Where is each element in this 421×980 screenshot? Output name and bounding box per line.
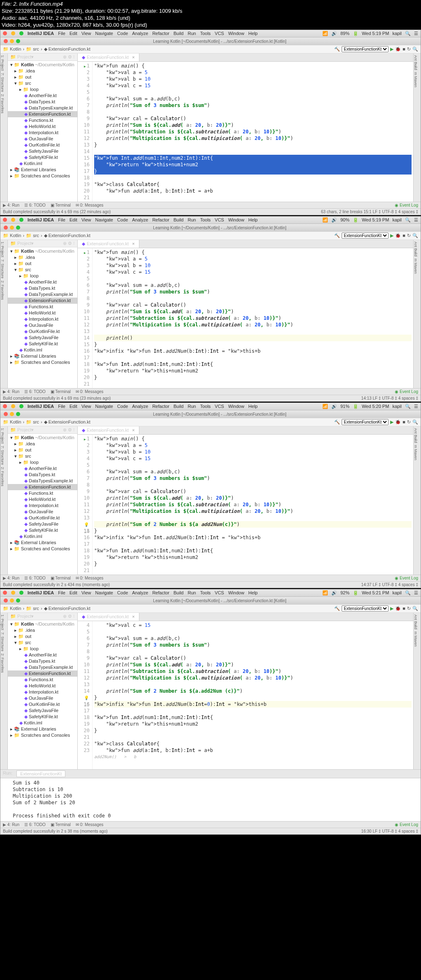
crumb-src[interactable]: 📁 src bbox=[26, 606, 39, 611]
code-line[interactable]: "kw">val b = 10 bbox=[94, 262, 412, 269]
menu-refactor[interactable]: Refactor bbox=[152, 217, 169, 222]
code-line[interactable] bbox=[94, 567, 412, 574]
menu-vcs[interactable]: VCS bbox=[215, 404, 224, 409]
tree-item[interactable]: ◆ Kotlin.iml bbox=[8, 161, 77, 167]
code-editor[interactable]: 4567891011121314💡151617181920212223 "kw"… bbox=[78, 621, 413, 769]
run-config-select[interactable]: ExtensionFunctionKt bbox=[342, 46, 389, 52]
right-gutter-tabs[interactable]: Ant Build m Maven bbox=[413, 426, 421, 575]
menu-file[interactable]: File bbox=[58, 217, 65, 222]
tree-item[interactable]: ◆ OurKotlinFile.kt bbox=[8, 515, 77, 521]
build-icon[interactable]: 🔨 bbox=[334, 419, 340, 425]
terminal-tab[interactable]: ▣ Terminal bbox=[51, 576, 71, 580]
tree-item[interactable]: ▸ 📚 External Libraries bbox=[8, 353, 77, 359]
notif-icon[interactable]: ☰ bbox=[414, 217, 418, 223]
search-icon[interactable]: 🔍 bbox=[405, 31, 411, 36]
code-line[interactable]: println("Sum of 3 numbers is $sum") bbox=[94, 102, 412, 109]
search-icon[interactable]: 🔍 bbox=[405, 404, 411, 409]
code-line[interactable] bbox=[94, 381, 412, 387]
debug-icon[interactable]: 🐞 bbox=[395, 606, 401, 611]
notif-icon[interactable]: ☰ bbox=[414, 31, 418, 36]
tree-item[interactable]: ◆ AnotherFile.kt bbox=[8, 652, 77, 658]
editor-tab[interactable]: ◆ExtensionFunction.kt× bbox=[78, 240, 139, 248]
close-icon[interactable] bbox=[3, 404, 7, 408]
tree-item[interactable]: ▸ 📁 out bbox=[8, 261, 77, 267]
run-icon[interactable]: ▶ bbox=[390, 233, 393, 238]
code-line[interactable]: } bbox=[94, 727, 412, 734]
tree-item[interactable]: ◆ Interpolation.kt bbox=[8, 503, 77, 509]
minimize-icon[interactable] bbox=[10, 226, 14, 230]
tree-item[interactable]: ◆ SafetyKtFile.kt bbox=[8, 527, 77, 533]
tree-item[interactable]: ◆ Interpolation.kt bbox=[8, 689, 77, 695]
code-line[interactable] bbox=[94, 514, 412, 521]
terminal-tab[interactable]: ▣ Terminal bbox=[51, 822, 71, 827]
tree-item[interactable]: ▸ 📁 .idea bbox=[8, 627, 77, 633]
menu-refactor[interactable]: Refactor bbox=[152, 590, 169, 595]
code-line[interactable]: println("Multipication is ${cal.multipic… bbox=[94, 135, 412, 142]
code-line[interactable] bbox=[94, 89, 412, 95]
menu-vcs[interactable]: VCS bbox=[215, 217, 224, 222]
tree-item[interactable]: ◆ SafetyKtFile.kt bbox=[8, 341, 77, 347]
code-line[interactable]: println() bbox=[94, 335, 412, 341]
tree-item[interactable]: ▸ 📁 Scratches and Consoles bbox=[8, 359, 77, 365]
terminal-tab[interactable]: ▣ Terminal bbox=[51, 203, 71, 207]
tree-item[interactable]: ▸ 📁 .idea bbox=[8, 441, 77, 447]
right-gutter-tabs[interactable]: Ant Build m Maven bbox=[413, 240, 421, 388]
run-config-select[interactable]: ExtensionFunctionKt bbox=[342, 605, 389, 612]
crumb-file[interactable]: ◆ ExtensionFunction.kt bbox=[44, 47, 90, 52]
crumb-root[interactable]: 📁 Kotlin bbox=[3, 233, 21, 238]
run-tab[interactable]: ▶ 4: Run bbox=[3, 822, 19, 827]
run-config-select[interactable]: ExtensionFunctionKt bbox=[342, 419, 389, 425]
tree-item[interactable]: ▸ 📁 Scratches and Consoles bbox=[8, 546, 77, 552]
menu-intellij-idea[interactable]: IntelliJ IDEA bbox=[28, 31, 54, 36]
code-line[interactable]: "kw">val a = 5 bbox=[94, 256, 412, 262]
close-icon[interactable]: × bbox=[132, 428, 134, 433]
run-config-tab[interactable]: ExtensionFunctionKt bbox=[16, 770, 65, 777]
code-line[interactable]: "kw">val b = 10 bbox=[94, 76, 412, 82]
menu-window[interactable]: Window bbox=[228, 404, 244, 409]
tree-item[interactable]: ◆ SafetyKtFile.kt bbox=[8, 714, 77, 720]
tree-item[interactable]: ◆ HelloWorld.kt bbox=[8, 496, 77, 503]
run-tab[interactable]: ▶ 4: Run bbox=[3, 576, 19, 580]
tree-item[interactable]: ▸ 📁 loop bbox=[8, 86, 77, 93]
tree-item[interactable]: ◆ SafetyJavaFile bbox=[8, 148, 77, 154]
search-icon[interactable]: 🔍 bbox=[405, 590, 411, 596]
crumb-src[interactable]: 📁 src bbox=[26, 47, 39, 52]
code-line[interactable]: "kw">class Calculator{ bbox=[94, 181, 412, 188]
stop-icon[interactable]: ■ bbox=[402, 233, 405, 238]
code-line[interactable]: "kw">var cal = Calculator() bbox=[94, 115, 412, 122]
search-everywhere-icon[interactable]: 🔍 bbox=[412, 47, 418, 52]
menu-build[interactable]: Build bbox=[173, 590, 183, 595]
maximize-icon[interactable] bbox=[16, 226, 20, 230]
tree-item[interactable]: ◆ DataTypes.kt bbox=[8, 658, 77, 664]
code-line[interactable]: "kw">var cal = Calculator() bbox=[94, 488, 412, 495]
run-icon[interactable]: ▶ bbox=[390, 419, 393, 425]
maximize-icon[interactable] bbox=[19, 31, 23, 35]
menu-run[interactable]: Run bbox=[187, 590, 196, 595]
tree-item[interactable]: ▾ 📁 src bbox=[8, 453, 77, 459]
code-line[interactable]: "kw">fun add(a:Int, b:Int):Int = a+b bbox=[94, 747, 412, 754]
crumb-root[interactable]: 📁 Kotlin bbox=[3, 606, 21, 611]
tree-item[interactable]: ◆ HelloWorld.kt bbox=[8, 123, 77, 130]
messages-tab[interactable]: ✉ 0: Messages bbox=[76, 576, 103, 580]
tree-item[interactable]: ▸ 📁 .idea bbox=[8, 254, 77, 261]
code-line[interactable]: "kw">val a = 5 bbox=[94, 69, 412, 76]
menu-intellij-idea[interactable]: IntelliJ IDEA bbox=[28, 404, 54, 409]
menu-run[interactable]: Run bbox=[187, 404, 196, 409]
menu-window[interactable]: Window bbox=[228, 217, 244, 222]
build-icon[interactable]: 🔨 bbox=[334, 47, 340, 52]
code-line[interactable]: "kw">fun main() { bbox=[94, 249, 412, 256]
menu-window[interactable]: Window bbox=[228, 590, 244, 595]
tree-item[interactable]: ◆ ExtensionFunction.kt bbox=[8, 298, 77, 304]
notif-icon[interactable]: ☰ bbox=[414, 404, 418, 409]
todo-tab[interactable]: ☰ 6: TODO bbox=[24, 389, 45, 394]
search-icon[interactable]: 🔍 bbox=[405, 217, 411, 223]
code-line[interactable]: } bbox=[94, 142, 412, 148]
tree-item[interactable]: ▾ 📁 Kotlin ~/Documents/Kotlin bbox=[8, 248, 77, 254]
update-icon[interactable]: ↻ bbox=[407, 233, 411, 238]
menu-analyze[interactable]: Analyze bbox=[132, 31, 148, 36]
code-line[interactable] bbox=[94, 275, 412, 282]
search-everywhere-icon[interactable]: 🔍 bbox=[412, 233, 418, 238]
tree-item[interactable]: ◆ OurJavaFile bbox=[8, 695, 77, 701]
code-line[interactable]: println("Subtraction is ${cal.subtractio… bbox=[94, 668, 412, 675]
tree-item[interactable]: ◆ Interpolation.kt bbox=[8, 130, 77, 136]
